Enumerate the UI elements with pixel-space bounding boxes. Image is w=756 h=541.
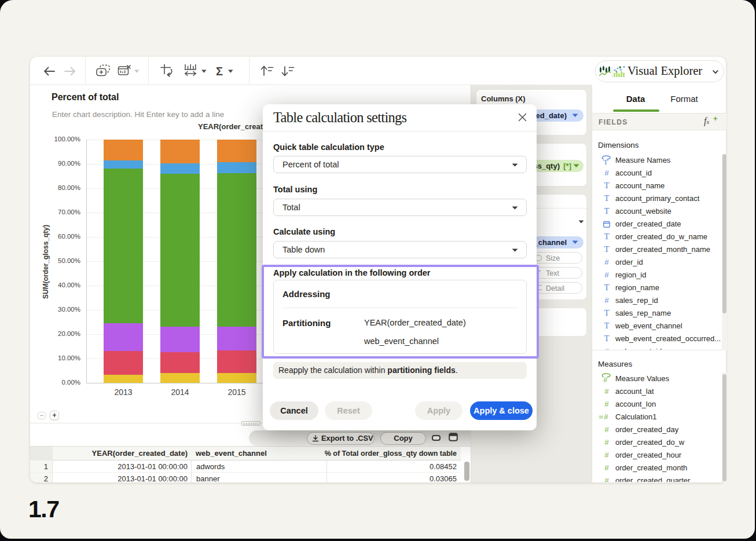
svg-text:Σ: Σ [216, 65, 223, 78]
svg-text:T: T [603, 158, 608, 166]
svg-text:#: # [603, 376, 607, 383]
